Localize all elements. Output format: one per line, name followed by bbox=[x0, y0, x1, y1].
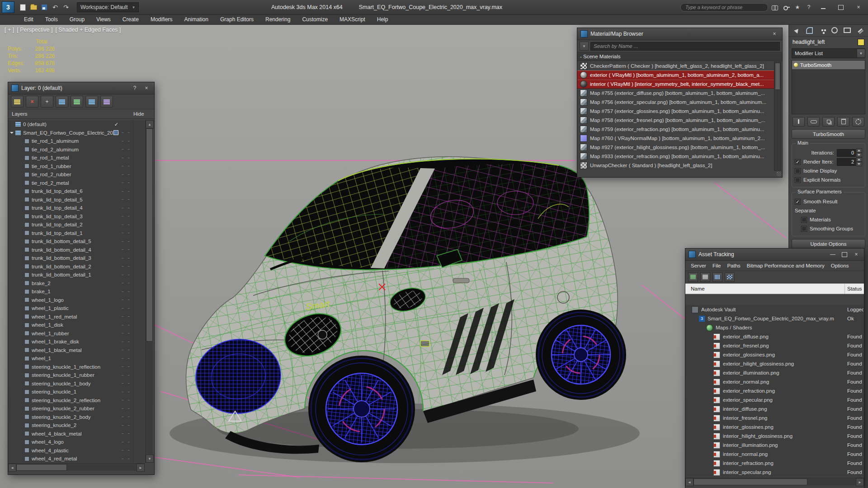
layer-row[interactable]: steering_knuckle_1_body ✓ － － bbox=[8, 380, 145, 388]
hide-toggle-dashes[interactable]: － － bbox=[120, 372, 131, 378]
layer-row[interactable]: tie_rod_1_aluminum ✓ － － bbox=[8, 137, 145, 145]
hide-toggle-dashes[interactable]: － － bbox=[120, 406, 131, 412]
set-current-layer-button[interactable] bbox=[71, 96, 83, 108]
name-column-header[interactable]: Name bbox=[685, 286, 705, 291]
layer-row[interactable]: wheel_1_disk ✓ － － bbox=[8, 321, 145, 329]
layer-row[interactable]: wheel_4_plastic ✓ － － bbox=[8, 446, 145, 455]
layer-row[interactable]: wheel_1 ✓ － － bbox=[8, 354, 145, 363]
front-wheel[interactable] bbox=[308, 356, 415, 462]
material-search-field[interactable]: Search by Name ... bbox=[590, 42, 780, 51]
layer-row[interactable]: wheel_1_red_metal ✓ － － bbox=[8, 313, 145, 321]
layer-row[interactable]: wheel_1_logo ✓ － － bbox=[8, 296, 145, 305]
asset-row[interactable]: exterior_glossines.png Found bbox=[685, 350, 864, 359]
hide-toggle-dashes[interactable]: － － bbox=[120, 456, 131, 462]
layer-row[interactable]: wheel_4_red_metal ✓ － － bbox=[8, 455, 145, 463]
asset-row[interactable]: exterior_fresnel.png Found bbox=[685, 341, 864, 350]
layer-row[interactable]: trunk_lid_top_detail_1 ✓ － － bbox=[8, 229, 145, 238]
layer-row[interactable]: wheel_1_brake_disk ✓ － － bbox=[8, 338, 145, 346]
update-options-rollout-header[interactable]: Update Options bbox=[792, 239, 865, 249]
render-iters-spinner[interactable]: 2 bbox=[837, 157, 862, 166]
asset-tracking-titlebar[interactable]: Asset Tracking — × bbox=[685, 249, 864, 261]
menu-item[interactable]: Bitmap Performance and Memory bbox=[744, 263, 827, 268]
tab-modify[interactable] bbox=[805, 26, 814, 34]
scroll-right-icon[interactable]: ► bbox=[856, 478, 864, 486]
hide-toggle-dashes[interactable]: － － bbox=[120, 172, 131, 178]
scrollbar-thumb[interactable] bbox=[775, 63, 780, 90]
asset-row[interactable]: interior_illumination.png Found bbox=[685, 441, 864, 450]
columns-button[interactable] bbox=[712, 272, 722, 282]
modifier-stack-item[interactable]: TurboSmooth bbox=[792, 61, 865, 69]
create-layer-button[interactable] bbox=[11, 96, 24, 108]
show-end-result-button[interactable] bbox=[807, 117, 820, 127]
delete-layer-button[interactable]: × bbox=[26, 96, 38, 108]
asset-row[interactable]: interior_specular.png Found bbox=[685, 468, 864, 477]
turbosmooth-rollout-header[interactable]: TurboSmooth bbox=[792, 129, 865, 139]
modifier-stack[interactable]: TurboSmooth bbox=[792, 60, 865, 114]
hide-toggle-dashes[interactable]: － － bbox=[120, 188, 131, 194]
material-row[interactable]: Map #759 (exterior_refraction.png) [bott… bbox=[577, 125, 775, 134]
sign-in-button[interactable] bbox=[782, 3, 791, 12]
material-row[interactable]: UnwrapChecker ( Standard ) [headlight_le… bbox=[577, 161, 775, 170]
material-row[interactable]: Map #927 (exterior_hilight_glossiness.pn… bbox=[577, 143, 775, 152]
hide-toggle-dashes[interactable]: － － bbox=[120, 330, 131, 336]
scrollbar-thumb[interactable] bbox=[16, 464, 67, 471]
material-row[interactable]: Map #760 ( VRayNormalMap ) [bottom_alumi… bbox=[577, 134, 775, 143]
layer-horizontal-scrollbar[interactable]: ◄ ► bbox=[8, 463, 145, 471]
highlight-layer-button[interactable] bbox=[85, 96, 98, 108]
asset-row[interactable]: exterior_refraction.png Found bbox=[685, 386, 864, 395]
hide-toggle-dashes[interactable]: － － bbox=[120, 197, 131, 202]
layer-row[interactable]: trunk_lid_bottom_detail_3 ✓ － － bbox=[8, 254, 145, 263]
hide-toggle-dashes[interactable]: － － bbox=[120, 389, 131, 395]
layer-row[interactable]: steering_knuckle_1_reflection ✓ － － bbox=[8, 363, 145, 371]
hide-toggle-dashes[interactable]: － － bbox=[120, 339, 131, 345]
hide-toggle-dashes[interactable]: － － bbox=[120, 138, 131, 144]
explicit-normals-checkbox[interactable] bbox=[795, 177, 801, 183]
layer-row[interactable]: Smart_EQ_Fortwo_Coupe_Electric_2020 ✓ － … bbox=[8, 129, 145, 137]
scroll-left-icon[interactable]: ◄ bbox=[8, 464, 16, 472]
selected-object-box-icon[interactable] bbox=[113, 130, 118, 135]
layer-row[interactable]: 0 (default) ✓ － － bbox=[8, 120, 145, 129]
layer-row[interactable]: steering_knuckle_2_rubber ✓ － － bbox=[8, 404, 145, 413]
redo-button[interactable]: ↷ bbox=[61, 2, 71, 12]
asset-row[interactable]: exterior_normal.png Found bbox=[685, 377, 864, 386]
menu-item[interactable]: Create bbox=[117, 14, 145, 24]
hide-toggle-dashes[interactable]: － － bbox=[120, 447, 131, 453]
layer-row[interactable]: trunk_lid_bottom_detail_5 ✓ － － bbox=[8, 237, 145, 246]
modifier-list-dropdown[interactable]: Modifier List ▼ bbox=[792, 48, 865, 58]
menu-item[interactable]: Help bbox=[371, 14, 394, 24]
help-button[interactable]: ? bbox=[804, 3, 813, 12]
spinner-up-icon[interactable] bbox=[856, 157, 862, 162]
hide-toggle-dashes[interactable]: － － bbox=[120, 356, 131, 361]
remove-modifier-button[interactable] bbox=[837, 117, 849, 127]
minimize-button[interactable]: — bbox=[828, 250, 837, 258]
grid-view-button[interactable] bbox=[725, 272, 735, 282]
layer-row[interactable]: trunk_lid_top_detail_3 ✓ － － bbox=[8, 212, 145, 221]
viewport-label-segment[interactable]: [ Shaded + Edged Faces ] bbox=[55, 27, 121, 33]
hide-toggle-dashes[interactable]: － － bbox=[120, 380, 131, 386]
asset-row[interactable]: exterior_specular.png Found bbox=[685, 395, 864, 404]
viewport-label-segment[interactable]: [ Perspective ] bbox=[17, 27, 52, 33]
layer-row[interactable]: trunk_lid_bottom_detail_1 ✓ － － bbox=[8, 271, 145, 279]
smooth-result-checkbox[interactable] bbox=[795, 199, 801, 205]
object-color-swatch[interactable] bbox=[858, 39, 864, 46]
scrollbar-thumb[interactable] bbox=[693, 479, 807, 485]
asset-row[interactable]: interior_fresnel.png Found bbox=[685, 413, 864, 422]
rear-wheel[interactable] bbox=[536, 310, 626, 400]
hide-toggle-dashes[interactable]: － － bbox=[120, 180, 131, 186]
hide-toggle-dashes[interactable]: － － bbox=[120, 431, 131, 436]
open-file-button[interactable] bbox=[28, 2, 39, 12]
layer-row[interactable]: tie_rod_2_rubber ✓ － － bbox=[8, 170, 145, 179]
tab-hierarchy[interactable] bbox=[818, 26, 827, 34]
render-iters-checkbox[interactable] bbox=[795, 159, 801, 165]
hide-toggle-dashes[interactable]: － － bbox=[120, 222, 131, 228]
menu-item[interactable]: Modifiers bbox=[145, 14, 179, 24]
layer-row[interactable]: trunk_lid_top_detail_2 ✓ － － bbox=[8, 221, 145, 229]
asset-row[interactable]: Smart_EQ_Fortwo_Coupe_Electric_2020_max_… bbox=[685, 314, 864, 323]
close-button[interactable]: × bbox=[142, 84, 151, 92]
asset-row[interactable]: interior_refraction.png Found bbox=[685, 459, 864, 468]
hide-toggle-dashes[interactable]: － － bbox=[120, 247, 131, 253]
viewport-label-segment[interactable]: [ + ] bbox=[5, 27, 14, 33]
3dsmax-logo-button[interactable]: 3 bbox=[2, 1, 14, 13]
scroll-down-icon[interactable]: ▼ bbox=[146, 455, 154, 463]
iterations-spinner[interactable]: 0 bbox=[837, 148, 862, 157]
